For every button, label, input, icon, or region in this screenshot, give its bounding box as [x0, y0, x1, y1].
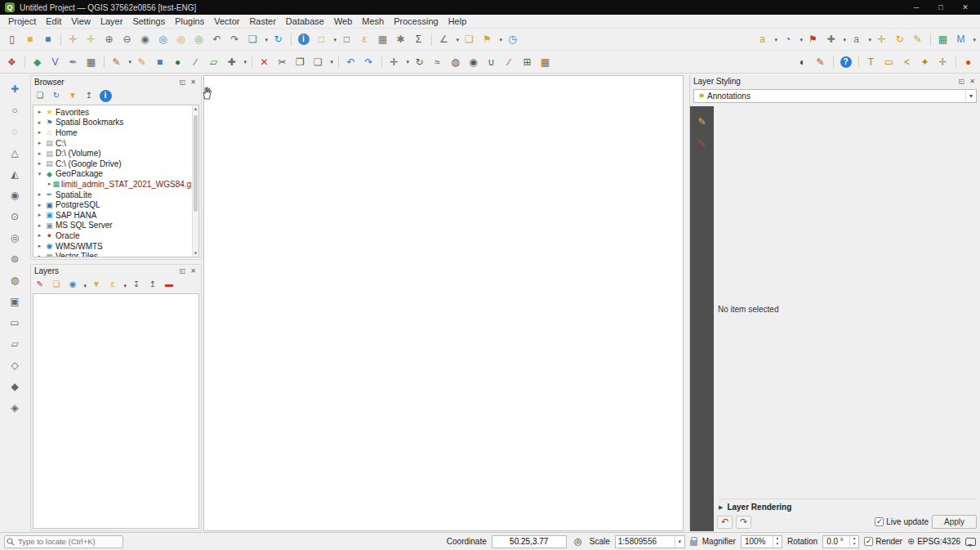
help-menu[interactable]: Help — [443, 16, 472, 27]
simplify-feature-button[interactable]: ≈ — [429, 53, 446, 70]
new-project-button[interactable]: ▯ — [3, 31, 20, 48]
zoom-out-button[interactable]: ⊖ — [118, 31, 136, 48]
messages-icon[interactable] — [965, 538, 976, 546]
geopackage-item[interactable]: ▾ ◆ GeoPackage — [33, 169, 198, 180]
redo-button[interactable]: ↷ — [360, 53, 377, 70]
styling-target-select[interactable]: ⚑ Annotations ▾ — [693, 89, 977, 103]
oracle-item[interactable]: ▸ ● Oracle — [33, 230, 198, 241]
delete-selected-button[interactable]: ✕ — [256, 53, 273, 70]
shape-circle-center-point-button[interactable]: ◉ — [7, 186, 24, 203]
scroll-down-icon[interactable]: ▼ — [193, 250, 198, 257]
refresh-map-button[interactable]: ↻ — [270, 31, 287, 48]
chevron-down-icon[interactable]: ▾ — [965, 90, 976, 102]
live-update-checkbox[interactable]: ✓ Live update — [875, 517, 929, 526]
new-geopackage-layer-button[interactable]: ◆ — [29, 53, 46, 70]
annotations-tab[interactable]: ✎ — [693, 135, 710, 152]
temporal-controller-button[interactable]: ◷ — [504, 31, 521, 48]
maximize-button[interactable]: □ — [931, 3, 951, 11]
expand-arrow-icon[interactable]: ▸ — [36, 129, 43, 136]
add-selected-layers-button[interactable]: ❏ — [33, 88, 47, 103]
render-checkbox[interactable]: ✓ Render — [864, 537, 902, 546]
project-menu[interactable]: Project — [3, 16, 41, 27]
settings-menu[interactable]: Settings — [127, 16, 170, 27]
move-feature-button[interactable]: ✛ — [385, 53, 403, 70]
layers-list-empty[interactable] — [33, 293, 199, 529]
expand-arrow-icon[interactable]: ▸ — [36, 191, 43, 198]
zoom-to-layers-button[interactable]: ◎ — [190, 31, 207, 48]
zoom-in-button[interactable]: ⊕ — [100, 31, 118, 48]
web-menu[interactable]: Web — [329, 16, 357, 27]
spatialite-item[interactable]: ▸ ✒ SpatiaLite — [33, 190, 198, 200]
zoom-last-button[interactable]: ↶ — [208, 31, 225, 48]
shape-circle-2tangents-point-button[interactable]: ◭ — [7, 165, 24, 182]
highlight-pinned-labels-button[interactable]: ⚑ — [804, 31, 822, 48]
zoom-native-button[interactable]: ◉ — [136, 31, 154, 48]
deselect-features-button[interactable]: □ — [338, 31, 355, 48]
minimize-button[interactable]: ─ — [906, 3, 926, 11]
shape-rectangle-center-button[interactable]: ▣ — [7, 293, 24, 310]
expand-arrow-icon[interactable]: ▸ — [36, 140, 43, 146]
open-project-button[interactable]: ■ — [21, 31, 38, 48]
split-features-button[interactable]: ∕ — [501, 53, 518, 70]
shape-regular-polygon-center-point-button[interactable]: ◆ — [7, 378, 24, 395]
reshape-features-button[interactable]: ∪ — [483, 53, 500, 70]
add-part-button[interactable]: ◉ — [465, 53, 482, 70]
metasearch-button[interactable]: M — [952, 31, 969, 48]
add-line-feature-button[interactable]: ∕ — [187, 53, 204, 70]
new-spatial-bookmark-button[interactable]: ⚑ — [479, 31, 496, 48]
shape-regular-polygon-2points-button[interactable]: ◇ — [7, 356, 24, 373]
new-virtual-layer-button[interactable]: ▦ — [82, 53, 100, 70]
mesh-menu[interactable]: Mesh — [357, 16, 389, 27]
mesh-calculator-button[interactable]: ▦ — [934, 31, 951, 48]
database-menu[interactable]: Database — [281, 16, 329, 27]
identify-features-button[interactable]: i — [295, 31, 312, 48]
undo-button[interactable]: ↶ — [342, 53, 359, 70]
scrollbar-thumb[interactable] — [194, 115, 198, 212]
remove-layer-button[interactable]: ▬ — [162, 277, 176, 292]
shape-ellipse-extent-button[interactable]: ⊚ — [7, 250, 24, 267]
modify-attributes-selected-button[interactable]: ▦ — [537, 53, 554, 70]
style-redo-button[interactable]: ↷ — [736, 516, 751, 529]
svg-annotation-button[interactable]: ✦ — [916, 53, 933, 70]
raster-menu[interactable]: Raster — [244, 16, 280, 27]
data-source-manager-button[interactable]: ❖ — [3, 53, 20, 70]
move-label-button[interactable]: ✛ — [873, 31, 890, 48]
paste-features-button[interactable]: ❏ — [310, 53, 327, 70]
postgresql-item[interactable]: ▸ ▣ PostgreSQL — [33, 199, 198, 210]
spin-down-icon[interactable]: ▾ — [773, 542, 782, 548]
float-panel-button[interactable]: ◱ — [178, 78, 187, 87]
browser-scrollbar[interactable]: ▲ ▼ — [192, 105, 198, 257]
text-annotation-button[interactable]: T — [862, 53, 880, 70]
rotate-feature-button[interactable]: ↻ — [411, 53, 428, 70]
float-panel-button[interactable]: ◱ — [178, 266, 187, 275]
expand-arrow-icon[interactable]: ▸ — [36, 150, 43, 157]
pin-unpin-labels-button[interactable]: ✚ — [822, 31, 840, 48]
locate-input[interactable] — [4, 535, 123, 548]
expand-arrow-icon[interactable]: ▸ — [36, 253, 43, 257]
shape-circle-2points-button[interactable]: ○ — [7, 101, 24, 118]
change-label-properties-button[interactable]: ✎ — [909, 31, 926, 48]
drive-d-item[interactable]: ▸ ▤ D:\ (Volume) — [33, 148, 198, 159]
refresh-browser-button[interactable]: ↻ — [49, 88, 64, 103]
layer-labeling-options-button[interactable]: a — [754, 31, 771, 48]
vector-menu[interactable]: Vector — [209, 16, 244, 27]
new-map-view-button[interactable]: ❏ — [244, 31, 261, 48]
home-item[interactable]: ▸ ⌂ Home — [33, 127, 198, 138]
spatial-bookmarks-item[interactable]: ▸ ⚑ Spatial Bookmarks — [33, 118, 198, 128]
coordinate-input[interactable] — [492, 535, 567, 548]
drive-c-google-item[interactable]: ▸ ▤ C:\ (Google Drive) — [33, 159, 198, 169]
expand-arrow-icon[interactable]: ▸ — [36, 232, 43, 239]
measure-button[interactable]: ∠ — [435, 31, 452, 48]
expand-arrow-icon[interactable]: ▸ — [36, 202, 43, 208]
layer-rendering-group[interactable]: ▶ Layer Rendering — [719, 499, 975, 512]
rotate-label-button[interactable]: ↻ — [891, 31, 908, 48]
properties-widget-button[interactable]: i — [98, 88, 113, 103]
sap-hana-item[interactable]: ▸ ▣ SAP HANA — [33, 210, 198, 221]
shape-regular-polygon-center-corner-button[interactable]: ◈ — [7, 399, 24, 416]
style-manager-button[interactable]: ✎ — [812, 53, 829, 70]
shape-circle-3tangents-button[interactable]: △ — [7, 144, 24, 161]
vertex-tool-button[interactable]: ✚ — [223, 53, 240, 70]
add-point-feature-button[interactable]: ● — [169, 53, 186, 70]
processing-menu[interactable]: Processing — [389, 16, 443, 27]
wms-wmts-item[interactable]: ▸ ◉ WMS/WMTS — [33, 241, 198, 252]
